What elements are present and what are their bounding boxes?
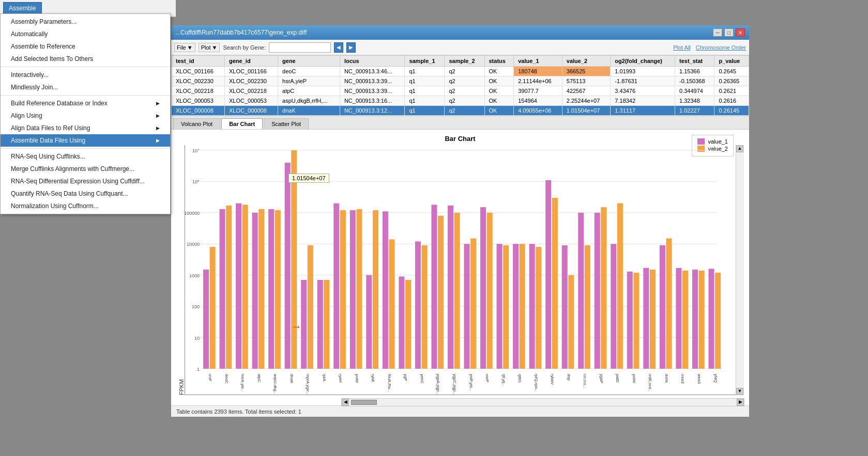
bar-value2-27[interactable] [650, 270, 656, 369]
col-value1[interactable]: value_1 [514, 56, 562, 67]
menu-item-merge-cufflinks[interactable]: Merge Cufflinks Alignments with Cuffmerg… [1, 163, 170, 175]
bar-value1-28[interactable] [660, 245, 665, 369]
bar-value1-23[interactable] [578, 213, 584, 369]
bar-value1-18[interactable] [497, 244, 502, 369]
bar-value1-6[interactable] [301, 280, 307, 369]
bar-value2-25[interactable] [617, 203, 623, 369]
bar-value1-31[interactable] [708, 269, 714, 369]
tab-bar-chart[interactable]: Bar Chart [221, 118, 263, 129]
scroll-right-button[interactable]: ▶ [737, 399, 744, 406]
bar-value2-4[interactable] [275, 210, 281, 369]
bar-value2-30[interactable] [699, 271, 705, 369]
chromosome-order-link[interactable]: Chromosome Order [696, 44, 746, 51]
bar-value2-21[interactable] [552, 198, 558, 369]
menu-item-rnaseq-cuffdiff[interactable]: RNA-Seq Differential Expression Using Cu… [1, 175, 170, 187]
bar-value1-29[interactable] [676, 268, 681, 369]
menu-item-assemble-to-reference[interactable]: Assemble to Reference [1, 40, 170, 53]
bar-value1-27[interactable] [643, 268, 649, 369]
bar-value1-16[interactable] [464, 244, 470, 369]
col-sample1[interactable]: sample_1 [405, 56, 445, 67]
bar-value2-26[interactable] [633, 273, 639, 369]
bar-value2-23[interactable] [585, 245, 590, 369]
chart-horizontal-scrollbar[interactable]: ◀ ▶ [341, 398, 744, 406]
bar-value2-16[interactable] [470, 239, 476, 369]
bar-value2-7[interactable] [324, 280, 329, 369]
minimize-button[interactable]: ─ [713, 28, 722, 37]
bar-value1-13[interactable] [415, 242, 421, 369]
col-fold-change[interactable]: og2(fold_change) [611, 56, 675, 67]
menu-item-quantify-cuffquant[interactable]: Quantify RNA-Seq Data Using Cuffquant... [1, 187, 170, 200]
bar-value2-5[interactable] [291, 150, 297, 369]
bar-value2-0[interactable] [210, 247, 216, 369]
bar-value2-15[interactable] [454, 213, 460, 369]
bar-value2-31[interactable] [715, 273, 721, 369]
col-gene[interactable]: gene [278, 56, 340, 67]
menu-item-assembly-parameters[interactable]: Assembly Parameters... [1, 15, 170, 28]
maximize-button[interactable]: □ [724, 28, 734, 37]
col-status[interactable]: status [484, 56, 514, 67]
bar-value2-2[interactable] [242, 205, 248, 369]
col-pvalue[interactable]: p_value [714, 56, 749, 67]
menu-item-automatically[interactable]: Automatically [1, 28, 170, 40]
bar-value2-22[interactable] [568, 275, 574, 369]
bar-value2-8[interactable] [340, 210, 346, 369]
bar-value1-8[interactable] [333, 203, 339, 369]
bar-value1-26[interactable] [627, 272, 633, 369]
bar-value2-9[interactable] [356, 209, 362, 369]
bar-value2-20[interactable] [536, 247, 541, 369]
bar-value2-14[interactable] [438, 216, 444, 369]
col-gene-id[interactable]: gene_id [225, 56, 278, 67]
bar-value1-5[interactable] [285, 163, 291, 369]
bar-value1-20[interactable] [529, 244, 535, 369]
bar-value1-7[interactable] [317, 280, 323, 369]
menu-item-assemble-data-files[interactable]: Assemble Data Files Using [1, 134, 170, 147]
col-test-stat[interactable]: test_stat [675, 56, 714, 67]
col-locus[interactable]: locus [340, 56, 404, 67]
menu-item-add-selected[interactable]: Add Selected Items To Others [1, 53, 170, 65]
bar-value1-11[interactable] [383, 211, 388, 369]
close-button[interactable]: ✕ [736, 28, 745, 37]
bar-value1-4[interactable] [268, 209, 274, 369]
assemble-menu-button[interactable]: Assemble [3, 2, 42, 14]
prev-nav-button[interactable]: ◀ [334, 42, 343, 53]
bar-value2-10[interactable] [373, 210, 378, 369]
table-row[interactable]: XLOC_000053XLOC_000053aspU,dkgB,rrfH,...… [172, 96, 749, 106]
scroll-up-button[interactable]: ▲ [736, 145, 743, 152]
plot-menu-button[interactable]: Plot ▼ [199, 43, 220, 52]
bar-value1-24[interactable] [595, 213, 600, 369]
scroll-left-button[interactable]: ◀ [342, 399, 349, 406]
bar-value1-12[interactable] [399, 276, 404, 369]
plot-all-link[interactable]: Plot All [673, 44, 691, 51]
table-row[interactable]: XLOC_002230XLOC_002230hsrA,yiePNC_000913… [172, 76, 749, 86]
table-container[interactable]: test_id gene_id gene locus sample_1 samp… [171, 55, 749, 116]
bar-value1-14[interactable] [431, 205, 437, 369]
bar-value2-11[interactable] [389, 239, 394, 369]
bar-value2-19[interactable] [520, 244, 525, 369]
tab-scatter-plot[interactable]: Scatter Plot [264, 118, 309, 129]
bar-value2-28[interactable] [666, 239, 672, 369]
col-test-id[interactable]: test_id [172, 56, 225, 67]
bar-value1-3[interactable] [252, 213, 258, 369]
menu-item-align-data-files[interactable]: Align Data Files to Ref Using [1, 122, 170, 134]
col-sample2[interactable]: sample_2 [445, 56, 484, 67]
search-input[interactable] [269, 42, 331, 53]
bar-value2-17[interactable] [487, 213, 493, 369]
bar-value1-19[interactable] [513, 244, 519, 369]
menu-item-normalization-cuffnorm[interactable]: Normalization Using Cuffnorm... [1, 200, 170, 212]
tab-volcano-plot[interactable]: Volcano Plot [173, 118, 220, 129]
bar-value1-17[interactable] [480, 207, 486, 369]
bar-value1-22[interactable] [562, 245, 568, 369]
bar-value1-25[interactable] [611, 244, 616, 369]
bar-value1-10[interactable] [366, 275, 372, 369]
bar-value1-2[interactable] [236, 203, 241, 369]
bar-value1-1[interactable] [220, 209, 225, 369]
bar-value1-0[interactable] [203, 270, 209, 369]
menu-item-rnaseq-cufflinks[interactable]: RNA-Seq Using Cufflinks... [1, 150, 170, 163]
next-nav-button[interactable]: ▶ [346, 42, 356, 53]
bar-value2-18[interactable] [503, 245, 509, 369]
bar-value1-30[interactable] [692, 270, 698, 369]
bar-value2-24[interactable] [601, 207, 606, 369]
bar-value2-12[interactable] [405, 280, 411, 369]
bar-value2-6[interactable] [308, 245, 313, 369]
scroll-thumb[interactable] [351, 400, 377, 405]
